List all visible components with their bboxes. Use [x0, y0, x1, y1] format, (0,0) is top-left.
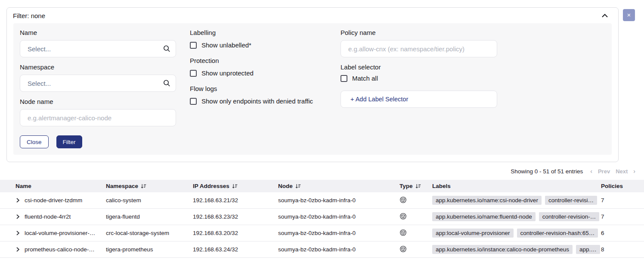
expand-row-icon[interactable]	[15, 247, 20, 252]
labels-cell: app.kubernetes.io/name:fluentd-node cont…	[432, 212, 601, 221]
endpoint-namespace: crc-local-storage-system	[106, 230, 193, 236]
label-chip: controller-revision-…	[539, 212, 600, 221]
search-icon	[163, 80, 170, 87]
flow-logs-label: Flow logs	[190, 85, 334, 92]
match-all-label: Match all	[352, 75, 378, 82]
dismiss-filter-button[interactable]: ×	[623, 9, 635, 21]
collapse-panel-button[interactable]	[601, 13, 609, 19]
policy-name-input-wrap	[341, 40, 497, 57]
close-icon: ×	[627, 11, 631, 19]
column-header-node[interactable]: Node	[278, 183, 399, 189]
add-label-selector-button[interactable]: + Add Label Selector	[341, 91, 497, 108]
endpoint-namespace: calico-system	[106, 197, 193, 204]
column-header-namespace[interactable]: Namespace	[106, 183, 193, 189]
next-page-link[interactable]: Next	[616, 168, 628, 175]
filter-buttons: Close Filter	[20, 135, 176, 148]
flow-logs-group: Flow logs Show only endpoints with denie…	[190, 85, 334, 105]
labelling-group: Labelling Show unlabelled*	[190, 29, 334, 49]
label-chip: controller-revision-hash:65…	[517, 229, 598, 238]
endpoint-name: local-volume-provisioner-…	[25, 230, 95, 236]
protection-label: Protection	[190, 57, 334, 64]
denied-traffic-checkbox-row[interactable]: Show only endpoints with denied traffic	[190, 97, 334, 105]
policy-name-field-label: Policy name	[341, 29, 497, 36]
checkbox-icon[interactable]	[190, 42, 197, 49]
namespace-select-input[interactable]	[20, 75, 176, 92]
column-header-type[interactable]: Type	[399, 183, 432, 189]
endpoint-namespace: tigera-fluentd	[106, 213, 193, 220]
endpoint-name: prometheus-calico-node-…	[25, 246, 95, 253]
labels-cell: app.kubernetes.io/name:csi-node-driver c…	[432, 196, 601, 205]
endpoint-ip: 192.168.63.23/32	[193, 213, 278, 220]
column-header-ip-addresses[interactable]: IP Addresses	[193, 183, 278, 189]
pagination-bar: Showing 0 - 51 of 51 entries ‹ Prev Next…	[0, 162, 644, 180]
pod-type-icon	[399, 247, 407, 254]
endpoint-node: soumya-bz-0zbo-kadm-infra-0	[278, 230, 399, 236]
endpoint-ip: 192.168.63.24/32	[193, 246, 278, 253]
expand-row-icon[interactable]	[15, 231, 20, 235]
label-selector-label: Label selector	[341, 63, 497, 71]
prev-page-link[interactable]: Prev	[598, 168, 610, 175]
endpoint-ip: 192.168.63.20/32	[193, 230, 278, 236]
filter-row: Filter: none Name Namespace	[0, 0, 644, 162]
column-header-name: Name	[0, 183, 106, 189]
policy-name-input[interactable]	[341, 40, 497, 57]
checkbox-icon[interactable]	[341, 75, 347, 82]
label-chip: controller-revisi…	[545, 196, 597, 205]
label-chip: app.kubernetes.io/instance:calico-node-p…	[432, 245, 573, 254]
label-chip: app.kubernetes.io/name:fluentd-node	[432, 212, 536, 221]
table-row[interactable]: local-volume-provisioner-… crc-local-sto…	[0, 225, 644, 241]
show-unlabelled-checkbox-row[interactable]: Show unlabelled*	[190, 41, 334, 49]
sort-icon[interactable]	[415, 184, 421, 189]
table-row[interactable]: fluentd-node-4rr2t tigera-fluentd 192.16…	[0, 209, 644, 225]
checkbox-icon[interactable]	[190, 70, 197, 77]
endpoint-namespace: tigera-prometheus	[106, 246, 193, 253]
endpoint-name: csi-node-driver-tzdmm	[25, 197, 82, 204]
filter-col-middle: Labelling Show unlabelled* Protection Sh…	[190, 29, 334, 148]
match-all-checkbox-row[interactable]: Match all	[341, 75, 497, 82]
show-unprotected-checkbox-row[interactable]: Show unprotected	[190, 69, 334, 77]
node-name-field-label: Node name	[20, 98, 176, 105]
protection-group: Protection Show unprotected	[190, 57, 334, 77]
policies-count: 7	[601, 213, 644, 220]
expand-row-icon[interactable]	[15, 214, 20, 219]
close-button[interactable]: Close	[20, 135, 49, 148]
filter-panel: Filter: none Name Namespace	[6, 7, 619, 162]
sort-icon[interactable]	[295, 184, 301, 189]
endpoint-node: soumya-bz-0zbo-kadm-infra-0	[278, 246, 399, 253]
table-header-row: Name Namespace IP Addresses Node Type	[0, 180, 644, 192]
name-select-wrap	[20, 40, 176, 57]
next-chevron-icon[interactable]: ›	[633, 168, 635, 175]
filter-col-right: Policy name Label selector Match all + A…	[341, 29, 497, 148]
sort-icon[interactable]	[232, 184, 238, 189]
filter-button[interactable]: Filter	[56, 135, 82, 148]
filter-form: Name Namespace Node name	[13, 23, 612, 155]
node-name-input[interactable]	[20, 109, 176, 126]
table-row[interactable]: csi-node-driver-tzdmm calico-system 192.…	[0, 192, 644, 209]
expand-row-icon[interactable]	[15, 198, 20, 203]
label-chip: app.…	[576, 245, 600, 254]
name-field-label: Name	[20, 29, 176, 36]
column-header-labels: Labels	[432, 183, 601, 189]
column-header-policies: Policies	[601, 183, 644, 189]
endpoint-node: soumya-bz-0zbo-kadm-infra-0	[278, 213, 399, 220]
show-unlabelled-label: Show unlabelled*	[201, 41, 251, 49]
sort-icon[interactable]	[141, 184, 146, 189]
endpoints-table: Name Namespace IP Addresses Node Type	[0, 180, 644, 258]
pod-type-icon	[399, 198, 407, 205]
labelling-label: Labelling	[190, 29, 334, 36]
policies-count: 8	[601, 246, 644, 253]
labels-cell: app.kubernetes.io/instance:calico-node-p…	[432, 245, 601, 254]
denied-traffic-label: Show only endpoints with denied traffic	[201, 97, 313, 105]
namespace-field-label: Namespace	[20, 63, 176, 71]
checkbox-icon[interactable]	[190, 98, 197, 105]
name-select-input[interactable]	[20, 40, 176, 57]
endpoint-name: fluentd-node-4rr2t	[25, 213, 71, 220]
table-row[interactable]: prometheus-calico-node-… tigera-promethe…	[0, 241, 644, 258]
pod-type-icon	[399, 231, 407, 238]
label-chip: app.kubernetes.io/name:csi-node-driver	[432, 196, 542, 205]
entries-count-text: Showing 0 - 51 of 51 entries	[511, 168, 583, 175]
node-name-input-wrap	[20, 109, 176, 126]
filter-panel-header: Filter: none	[7, 8, 618, 23]
filter-title: Filter: none	[13, 12, 45, 19]
prev-chevron-icon[interactable]: ‹	[590, 168, 592, 175]
